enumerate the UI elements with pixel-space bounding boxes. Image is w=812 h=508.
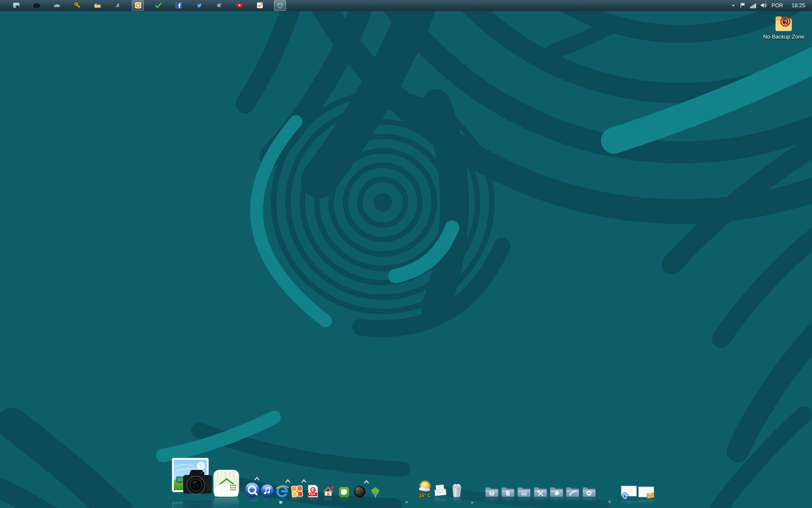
photo-gallery-camera-icon — [171, 457, 214, 498]
internet-explorer-icon — [277, 2, 284, 9]
taskbar-item-camera[interactable] — [30, 0, 42, 11]
spreadsheets-folder-icon — [517, 485, 531, 498]
dock-item-photo-gallery-camera[interactable] — [171, 457, 214, 498]
apple-icon — [216, 2, 223, 9]
dock-item-window-internet-explorer[interactable] — [620, 485, 637, 500]
youtube-icon — [236, 2, 243, 9]
taskbar-item-keys[interactable] — [71, 0, 83, 11]
taskbar-item-photo-viewer[interactable] — [10, 0, 22, 11]
dock-item-steam[interactable] — [354, 486, 366, 498]
plugins-folder-icon — [549, 485, 564, 498]
home-suite-icon — [213, 469, 240, 498]
weather-sun-icon — [417, 480, 433, 494]
steam-icon — [354, 486, 366, 498]
ancestry-letter: Y — [374, 494, 377, 498]
dock-item-folder-shared[interactable] — [485, 485, 499, 498]
dock-item-weather[interactable]: 15° C — [417, 480, 433, 498]
taskbar-item-facebook[interactable] — [173, 0, 184, 11]
dock-item-pdf-reader[interactable]: PDF — [307, 484, 319, 498]
outlook-icon — [134, 2, 142, 9]
dock-item-window-outlook[interactable] — [638, 486, 655, 500]
home-designer-icon — [322, 485, 335, 498]
wallpaper — [0, 0, 812, 508]
quicktime-icon — [244, 482, 260, 498]
internet-explorer-window-icon — [620, 485, 637, 500]
green-check-icon — [155, 2, 162, 9]
keys-icon — [74, 2, 81, 9]
private-folder-icon — [582, 485, 596, 498]
evernote-icon — [338, 486, 350, 498]
office-icon — [291, 485, 304, 498]
action-center-flag-icon[interactable] — [740, 2, 746, 8]
taskbar-item-scanner[interactable] — [51, 0, 63, 11]
desktop-screen: POR 18:25 No-Backup Zone — [0, 0, 812, 508]
dock-item-quicktime[interactable] — [244, 482, 260, 498]
dock-item-recycle-bin[interactable] — [449, 483, 464, 498]
shortcut-label: No-Backup Zone — [760, 33, 808, 40]
desktop-shortcut-no-backup-zone[interactable]: No-Backup Zone — [760, 13, 808, 40]
hidden-icons-chevron-icon[interactable] — [731, 3, 735, 8]
taskbar-item-twitter[interactable] — [193, 0, 205, 11]
taskbar-item-task-list[interactable] — [254, 0, 266, 11]
internet-explorer-dock-icon — [275, 484, 289, 498]
dock-item-itunes[interactable] — [260, 483, 274, 498]
taskbar-item-youtube[interactable] — [233, 0, 245, 11]
language-indicator[interactable]: POR — [771, 3, 783, 8]
dock-item-office[interactable] — [291, 485, 304, 498]
folder-icon — [94, 2, 101, 9]
shared-folder-icon — [485, 485, 499, 498]
itunes-icon — [114, 2, 121, 9]
camera-icon — [33, 2, 40, 9]
dock-item-folder-spreadsheets[interactable] — [517, 485, 531, 498]
facebook-icon — [175, 2, 182, 9]
task-list-icon — [256, 2, 263, 9]
twitter-icon — [195, 2, 203, 9]
weather-temperature-label: 15° C — [417, 493, 433, 498]
taskbar-item-outlook[interactable] — [132, 0, 144, 11]
clock[interactable]: 18:25 — [791, 2, 805, 8]
documents-folder-icon — [501, 485, 515, 498]
photo-viewer-icon — [13, 2, 20, 9]
family-tree-icon: Y — [370, 486, 381, 498]
pdf-text: PDF — [309, 493, 316, 496]
dock-item-folder-plugins[interactable] — [549, 485, 564, 498]
outlook-window-icon — [638, 486, 655, 500]
dock-item-folder-utilities[interactable] — [533, 485, 548, 498]
mail-icon — [433, 483, 447, 498]
dock-item-mail[interactable] — [433, 483, 447, 498]
no-backup-folder-icon — [772, 13, 795, 33]
dock-item-folder-private[interactable] — [582, 485, 596, 498]
dock-item-internet-explorer[interactable] — [275, 484, 289, 498]
taskbar-item-internet-explorer[interactable] — [274, 0, 286, 11]
dock-item-folder-documents[interactable] — [501, 485, 515, 498]
dock-item-home-suite[interactable] — [213, 469, 240, 498]
taskbar: POR 18:25 — [0, 0, 812, 11]
dock-item-folder-graphics[interactable] — [565, 485, 580, 498]
taskbar-item-itunes[interactable] — [112, 0, 123, 11]
dock-item-home-designer[interactable] — [322, 485, 335, 498]
itunes-dock-icon — [260, 483, 274, 498]
dock-item-evernote[interactable] — [338, 486, 350, 498]
graphics-folder-icon — [565, 485, 580, 498]
scanner-icon — [53, 2, 60, 9]
taskbar-item-green-check[interactable] — [152, 0, 164, 11]
recycle-bin-icon — [449, 483, 464, 498]
utilities-folder-icon — [533, 485, 548, 498]
network-signal-icon[interactable] — [750, 3, 756, 8]
taskbar-item-apple[interactable] — [213, 0, 225, 11]
dock-item-family-tree[interactable]: Y — [370, 486, 381, 498]
volume-icon[interactable] — [760, 2, 767, 8]
pdf-reader-icon: PDF — [307, 484, 319, 498]
taskbar-item-folder[interactable] — [91, 0, 103, 11]
system-tray: POR 18:25 — [731, 0, 812, 11]
taskbar-icon-row — [0, 0, 294, 11]
